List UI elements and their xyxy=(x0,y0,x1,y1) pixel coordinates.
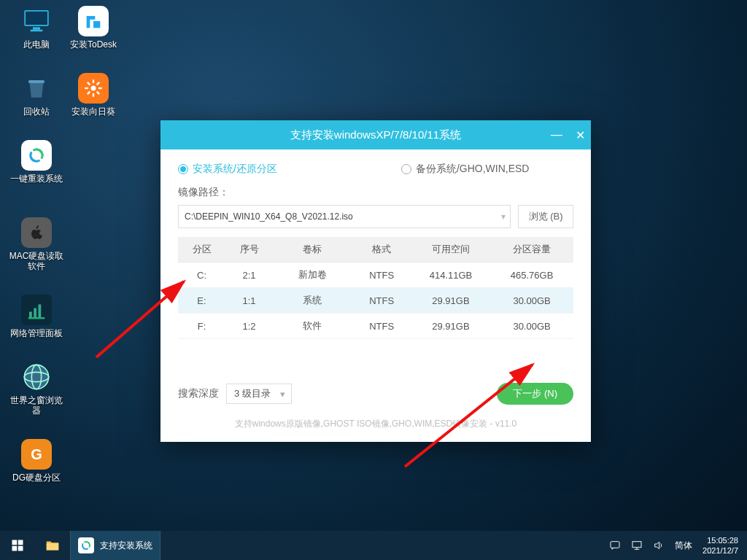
svg-rect-28 xyxy=(47,543,59,550)
desktop-icon-sunflower[interactable]: 安装向日葵 xyxy=(66,73,121,117)
task-label: 支持安装系统 xyxy=(100,540,152,552)
desktop-icon-label: DG硬盘分区 xyxy=(9,472,64,483)
path-label: 镜像路径： xyxy=(178,186,573,199)
desktop-icon-this-pc[interactable]: 此电脑 xyxy=(9,6,64,50)
radio-label: 安装系统/还原分区 xyxy=(193,163,277,176)
desktop-icon-netpanel[interactable]: 网络管理面板 xyxy=(9,295,64,338)
desktop-icon-label: MAC硬盘读取软件 xyxy=(9,251,64,271)
dialog-title: 支持安装windowsXP/7/8/10/11系统 xyxy=(290,128,461,142)
browse-button[interactable]: 浏览 (B) xyxy=(518,205,573,228)
apple-icon xyxy=(21,217,52,248)
desktop-icon-label: 网络管理面板 xyxy=(9,328,64,338)
install-dialog: 支持安装windowsXP/7/8/10/11系统 — ✕ 安装系统/还原分区 … xyxy=(160,120,591,442)
folder-icon xyxy=(44,537,61,553)
col-fmt: 格式 xyxy=(352,237,411,262)
desktop-icon-todesk[interactable]: 安装ToDesk xyxy=(66,6,121,50)
next-button[interactable]: 下一步 (N) xyxy=(497,383,573,405)
svg-point-13 xyxy=(91,86,96,91)
desktop-icon-label: 安装ToDesk xyxy=(66,39,121,50)
desktop-icon-dg[interactable]: G DG硬盘分区 xyxy=(9,439,64,483)
desktop-icon-label: 安装向日葵 xyxy=(66,106,121,117)
svg-line-21 xyxy=(97,82,100,85)
svg-rect-5 xyxy=(29,312,32,318)
col-free: 可用空间 xyxy=(411,237,490,262)
network-icon[interactable] xyxy=(631,540,643,551)
svg-rect-6 xyxy=(34,308,36,318)
start-button[interactable] xyxy=(0,531,35,560)
close-button[interactable]: ✕ xyxy=(576,128,585,142)
path-value: C:\DEEPIN_WIN10_X64_Q8_V2021.12.iso xyxy=(185,211,353,222)
dg-icon: G xyxy=(21,439,52,470)
svg-rect-25 xyxy=(18,540,23,545)
table-row[interactable]: F:1:2软件NTFS29.91GB30.00GB xyxy=(178,314,573,339)
todesk-icon xyxy=(78,6,109,36)
svg-rect-1 xyxy=(26,12,47,25)
svg-rect-30 xyxy=(632,542,641,548)
desktop-icon-label: 一键重装系统 xyxy=(9,174,64,184)
trash-icon xyxy=(21,73,52,104)
globe-icon xyxy=(21,362,52,392)
desktop-icon-browser[interactable]: 世界之窗浏览器 xyxy=(9,362,64,416)
windows-icon xyxy=(11,539,24,552)
radio-dot-icon xyxy=(401,164,411,174)
radio-dot-icon xyxy=(178,164,188,174)
minimize-button[interactable]: — xyxy=(551,128,562,141)
svg-rect-29 xyxy=(611,542,619,548)
desktop-icon-reinstall[interactable]: 一键重装系统 xyxy=(9,140,64,184)
volume-icon[interactable] xyxy=(653,540,665,551)
svg-rect-3 xyxy=(31,30,43,32)
desktop-icon-mac[interactable]: MAC硬盘读取软件 xyxy=(9,217,64,271)
col-vol: 卷标 xyxy=(273,237,352,262)
taskbar-task-installer[interactable]: 支持安装系统 xyxy=(70,531,160,560)
table-row[interactable]: C:2:1新加卷NTFS414.11GB465.76GB xyxy=(178,262,573,288)
table-row[interactable]: E:1:1系统NTFS29.91GB30.00GB xyxy=(178,288,573,314)
desktop-icon-label: 回收站 xyxy=(9,106,64,117)
partition-table: 分区 序号 卷标 格式 可用空间 分区容量 C:2:1新加卷NTFS414.11… xyxy=(178,237,573,339)
svg-line-18 xyxy=(88,82,90,85)
clock-time: 15:05:28 xyxy=(703,535,738,545)
swirl-icon xyxy=(21,140,52,171)
col-cap: 分区容量 xyxy=(490,237,573,262)
svg-rect-24 xyxy=(12,540,18,545)
col-partition: 分区 xyxy=(178,237,225,262)
radio-install[interactable]: 安装系统/还原分区 xyxy=(178,163,277,176)
ime-indicator[interactable]: 简体 xyxy=(675,540,692,552)
footer-note: 支持windows原版镜像,GHOST ISO镜像,GHO,WIM,ESD镜像安… xyxy=(178,418,573,430)
radio-label: 备份系统/GHO,WIN,ESD xyxy=(416,163,530,176)
chart-icon xyxy=(21,295,52,325)
svg-rect-7 xyxy=(39,305,42,318)
taskbar-explorer[interactable] xyxy=(35,531,70,560)
clock-date: 2021/12/7 xyxy=(703,545,738,556)
desktop-icon-label: 此电脑 xyxy=(9,39,64,50)
image-path-input[interactable]: C:\DEEPIN_WIN10_X64_Q8_V2021.12.iso ▾ xyxy=(178,205,511,228)
desktop-icon-label: 世界之窗浏览器 xyxy=(9,395,64,416)
svg-rect-26 xyxy=(12,546,18,551)
svg-line-20 xyxy=(88,92,90,95)
svg-rect-4 xyxy=(28,80,44,83)
depth-label: 搜索深度 xyxy=(178,387,219,400)
swirl-icon xyxy=(78,537,94,553)
dialog-titlebar[interactable]: 支持安装windowsXP/7/8/10/11系统 — ✕ xyxy=(160,120,591,149)
radio-backup[interactable]: 备份系统/GHO,WIN,ESD xyxy=(401,163,530,176)
col-seq: 序号 xyxy=(225,237,273,262)
system-tray: 简体 15:05:28 2021/12/7 xyxy=(603,531,747,560)
svg-line-19 xyxy=(97,92,100,95)
taskbar: 支持安装系统 简体 15:05:28 2021/12/7 xyxy=(0,531,747,560)
svg-rect-27 xyxy=(18,546,23,551)
sunflower-icon xyxy=(78,73,109,104)
monitor-icon xyxy=(21,6,52,36)
desktop-icon-recycle[interactable]: 回收站 xyxy=(9,73,64,117)
dropdown-icon[interactable]: ▾ xyxy=(501,211,506,222)
depth-select[interactable]: 3 级目录 xyxy=(226,384,292,404)
svg-rect-8 xyxy=(28,317,45,319)
taskbar-clock[interactable]: 15:05:28 2021/12/7 xyxy=(703,535,741,556)
svg-rect-2 xyxy=(33,27,40,29)
action-center-icon[interactable] xyxy=(609,540,621,551)
